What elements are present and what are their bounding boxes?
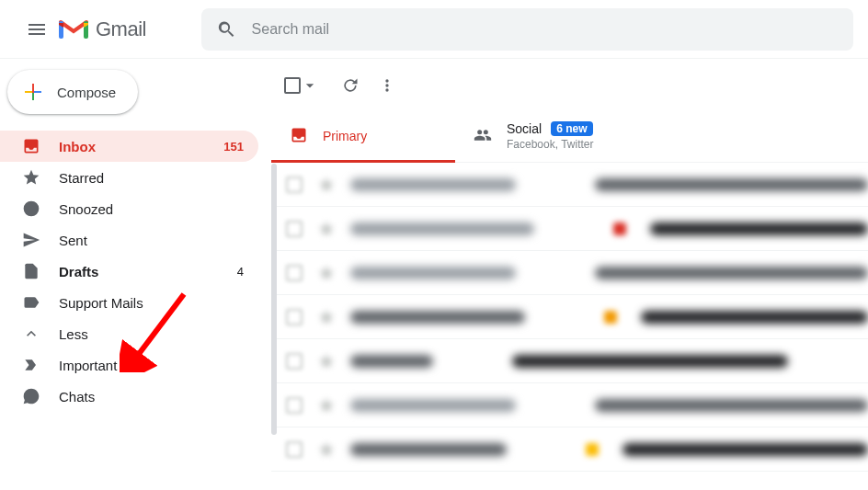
sender-blur xyxy=(350,443,507,456)
nav-label: Important xyxy=(59,358,117,373)
sidebar-item-support-mails[interactable]: Support Mails xyxy=(0,287,258,318)
chevron-up-icon xyxy=(22,325,40,343)
email-list xyxy=(271,163,868,472)
svg-rect-4 xyxy=(32,93,34,100)
star-icon[interactable] xyxy=(317,440,336,459)
sidebar-item-chats[interactable]: Chats xyxy=(0,381,258,412)
star-icon xyxy=(22,168,40,187)
content-area: Primary Social 6 new Facebook, Twitter xyxy=(271,59,868,490)
gmail-m-icon xyxy=(59,18,88,40)
email-row[interactable] xyxy=(271,163,868,207)
tab-primary[interactable]: Primary xyxy=(271,110,455,162)
sidebar-item-sent[interactable]: Sent xyxy=(0,224,258,256)
tab-social[interactable]: Social 6 new Facebook, Twitter xyxy=(455,110,713,162)
sender-blur xyxy=(350,399,516,412)
mail-toolbar xyxy=(271,59,868,103)
select-all-checkbox[interactable] xyxy=(284,76,319,95)
tag-icon xyxy=(613,222,626,235)
more-button[interactable] xyxy=(369,67,405,104)
hamburger-icon xyxy=(26,18,48,40)
nav-label: Sent xyxy=(59,233,87,248)
sender-blur xyxy=(350,267,516,279)
app-title: Gmail xyxy=(96,17,146,41)
sidebar: Compose Inbox 151 Starred Snoozed Sent D… xyxy=(0,59,271,490)
nav-label: Less xyxy=(59,326,88,342)
email-row[interactable] xyxy=(271,383,868,427)
search-icon xyxy=(216,18,237,40)
sender-blur xyxy=(350,178,516,191)
nav-label: Support Mails xyxy=(59,295,143,311)
compose-label: Compose xyxy=(57,85,116,100)
svg-rect-6 xyxy=(32,91,34,93)
star-icon[interactable] xyxy=(317,264,336,282)
row-checkbox[interactable] xyxy=(286,177,303,193)
chat-icon xyxy=(22,387,40,405)
svg-rect-3 xyxy=(34,91,41,93)
star-icon[interactable] xyxy=(317,220,336,238)
inbox-icon xyxy=(290,126,308,147)
nav-label: Drafts xyxy=(59,264,98,279)
email-row[interactable] xyxy=(271,295,868,339)
scrollbar[interactable] xyxy=(271,164,277,435)
people-icon xyxy=(474,126,492,147)
nav-label: Chats xyxy=(59,389,95,405)
sidebar-item-inbox[interactable]: Inbox 151 xyxy=(0,131,258,162)
subject-blur xyxy=(650,222,868,235)
inbox-count: 151 xyxy=(223,140,244,154)
subject-blur xyxy=(641,311,868,324)
more-vert-icon xyxy=(378,76,396,95)
row-checkbox[interactable] xyxy=(286,221,303,237)
send-icon xyxy=(22,231,40,249)
inbox-icon xyxy=(22,137,40,155)
svg-rect-2 xyxy=(32,84,34,91)
file-icon xyxy=(22,262,40,280)
svg-rect-5 xyxy=(25,91,32,93)
subject-blur xyxy=(595,178,868,191)
email-row[interactable] xyxy=(271,251,868,295)
row-checkbox[interactable] xyxy=(286,353,303,370)
new-count-badge: 6 new xyxy=(551,121,592,136)
row-checkbox[interactable] xyxy=(286,309,303,325)
tab-label: Social xyxy=(507,121,542,136)
sidebar-item-important[interactable]: Important xyxy=(0,349,258,381)
nav-label: Inbox xyxy=(59,139,96,154)
app-header: Gmail xyxy=(0,0,868,59)
sidebar-item-snoozed[interactable]: Snoozed xyxy=(0,193,258,224)
star-icon[interactable] xyxy=(317,308,336,326)
main-region: Compose Inbox 151 Starred Snoozed Sent D… xyxy=(0,59,868,490)
gmail-logo[interactable]: Gmail xyxy=(59,17,146,41)
tag-icon xyxy=(586,443,599,456)
search-bar[interactable] xyxy=(201,8,853,51)
sidebar-item-starred[interactable]: Starred xyxy=(0,162,258,193)
nav-label: Starred xyxy=(59,170,104,186)
subject-blur xyxy=(512,355,788,368)
tab-body: Social 6 new Facebook, Twitter xyxy=(507,121,594,151)
sender-blur xyxy=(350,311,525,324)
subject-blur xyxy=(595,399,868,412)
refresh-button[interactable] xyxy=(332,67,369,104)
compose-button[interactable]: Compose xyxy=(7,70,138,114)
checkbox-icon xyxy=(284,77,301,94)
sender-blur xyxy=(350,222,534,235)
email-row[interactable] xyxy=(271,207,868,251)
email-row[interactable] xyxy=(271,427,868,472)
row-checkbox[interactable] xyxy=(286,397,303,414)
clock-icon xyxy=(22,199,40,218)
important-icon xyxy=(22,356,40,374)
row-checkbox[interactable] xyxy=(286,265,303,281)
nav-label: Snoozed xyxy=(59,201,113,217)
main-menu-button[interactable] xyxy=(15,18,59,40)
tag-icon xyxy=(604,311,617,324)
star-icon[interactable] xyxy=(317,396,336,415)
plus-icon xyxy=(22,81,44,103)
category-tabs: Primary Social 6 new Facebook, Twitter xyxy=(271,110,868,163)
row-checkbox[interactable] xyxy=(286,441,303,458)
sidebar-item-drafts[interactable]: Drafts 4 xyxy=(0,256,258,287)
sender-blur xyxy=(350,355,433,368)
email-row[interactable] xyxy=(271,339,868,383)
sidebar-item-less[interactable]: Less xyxy=(0,318,258,349)
caret-down-icon xyxy=(301,76,319,95)
star-icon[interactable] xyxy=(317,176,336,194)
search-input[interactable] xyxy=(252,21,839,38)
star-icon[interactable] xyxy=(317,352,336,370)
